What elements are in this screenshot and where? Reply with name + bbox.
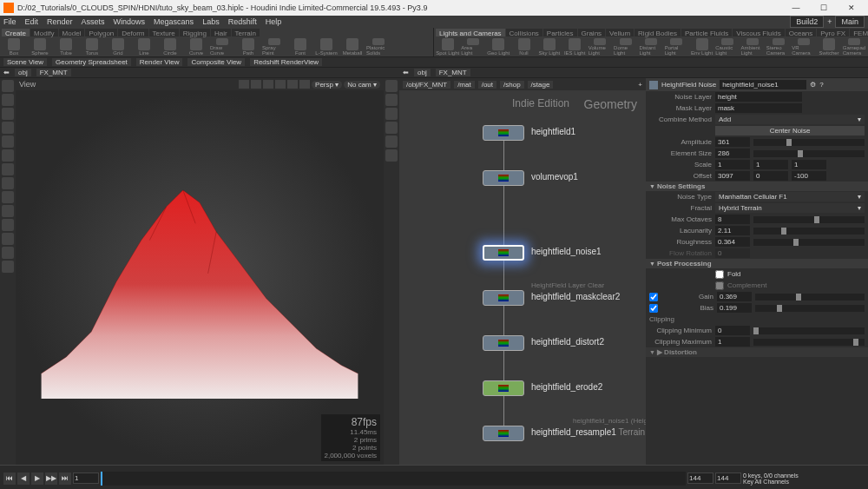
tool-torus[interactable]: Torus xyxy=(80,38,104,56)
tool-ieslight[interactable]: IES Light xyxy=(562,38,586,56)
tool-envlight[interactable]: Env Light xyxy=(690,38,713,56)
node-erode2[interactable] xyxy=(483,380,524,396)
roughness-slider[interactable] xyxy=(753,239,865,246)
gain-field[interactable] xyxy=(717,292,752,301)
shelf-tab-modify[interactable]: Modify xyxy=(30,29,58,36)
menu-help[interactable]: Help xyxy=(266,17,282,26)
lacunarity-slider[interactable] xyxy=(753,228,865,235)
frame-current-field[interactable] xyxy=(73,472,99,484)
shelf-tab-pfluids[interactable]: Particle Fluids xyxy=(681,29,732,36)
scale-y-field[interactable] xyxy=(753,160,788,169)
crumb-objfx[interactable]: /obj/FX_MNT xyxy=(403,81,450,89)
playbar-prev-button[interactable]: ◀ xyxy=(17,472,30,485)
shelf-tab-texture[interactable]: Texture xyxy=(149,29,179,36)
rvp-tool2-icon[interactable] xyxy=(385,94,398,106)
gain-slider[interactable] xyxy=(755,294,865,301)
distortion-section[interactable]: ▶ Distortion xyxy=(646,347,868,357)
tool-ambientlight[interactable]: Ambient Light xyxy=(741,38,765,56)
playbar-next-button[interactable]: ▶▶ xyxy=(45,472,57,485)
desktop-main-dropdown[interactable]: Main xyxy=(835,16,865,28)
scale-z-field[interactable] xyxy=(792,160,826,169)
timeline-track[interactable] xyxy=(101,472,686,486)
post-processing-section[interactable]: Post Processing xyxy=(646,259,868,268)
menu-edit[interactable]: Edit xyxy=(25,17,39,26)
brush-tool-icon[interactable] xyxy=(2,149,14,162)
tool-switcher[interactable]: Switcher xyxy=(817,38,840,56)
shelf-tab-fem[interactable]: FEM xyxy=(850,29,868,36)
crumb-stage[interactable]: /stage xyxy=(528,81,554,89)
shelf-tab-pyro[interactable]: Pyro FX xyxy=(817,29,849,36)
shelf-tab-deform[interactable]: Deform xyxy=(118,29,148,36)
tool-portallight[interactable]: Portal Light xyxy=(665,38,688,56)
bias-slider[interactable] xyxy=(755,305,865,312)
tool-circle[interactable]: Circle xyxy=(158,38,182,56)
tab-compview[interactable]: Composite View xyxy=(187,58,245,66)
vp-btn2-icon[interactable] xyxy=(251,80,261,89)
menu-windows[interactable]: Windows xyxy=(114,17,146,26)
playbar-last-button[interactable]: ⏭ xyxy=(59,472,71,485)
menu-megascans[interactable]: Megascans xyxy=(154,17,194,26)
path-obj[interactable]: obj xyxy=(15,69,31,76)
noise-settings-section[interactable]: Noise Settings xyxy=(646,182,868,191)
persp-dropdown[interactable]: Persp ▾ xyxy=(312,81,342,89)
tool-line[interactable]: Line xyxy=(132,38,156,56)
inspect-tool-icon[interactable] xyxy=(2,191,14,203)
misc3-tool-icon[interactable] xyxy=(2,247,14,259)
tool-platonic[interactable]: Platonic Solids xyxy=(366,38,391,56)
select-tool-icon[interactable] xyxy=(2,80,14,92)
tool-metaball[interactable]: Metaball xyxy=(340,38,365,56)
node-heightfieldnoise1[interactable] xyxy=(483,245,524,261)
render-tool-icon[interactable] xyxy=(2,205,14,217)
path-back-icon[interactable]: ⬅ xyxy=(3,69,10,76)
shelf-tab-particles[interactable]: Particles xyxy=(543,29,577,36)
tool-sphere[interactable]: Sphere xyxy=(28,38,52,56)
lacunarity-field[interactable] xyxy=(715,226,750,235)
keymode-dropdown[interactable]: Key All Channels xyxy=(743,479,865,485)
clipmax-slider[interactable] xyxy=(753,339,865,346)
tool-null[interactable]: Null xyxy=(512,38,536,56)
tool-geolight[interactable]: Geo Light xyxy=(487,38,510,56)
crumb-shop[interactable]: /shop xyxy=(500,81,524,89)
gain-checkbox[interactable] xyxy=(649,293,658,301)
bias-field[interactable] xyxy=(717,303,752,313)
node-heightfield1[interactable] xyxy=(483,125,524,141)
misc4-tool-icon[interactable] xyxy=(2,261,14,273)
rvp-tool4-icon[interactable] xyxy=(385,122,398,134)
menu-redshift[interactable]: Redshift xyxy=(228,17,257,26)
playhead[interactable] xyxy=(101,472,102,486)
rvp-tool5-icon[interactable] xyxy=(385,135,398,148)
tool-path[interactable]: Path xyxy=(236,38,260,56)
menu-labs[interactable]: Labs xyxy=(202,17,220,26)
node-distort2[interactable] xyxy=(483,335,524,351)
tool-skylight[interactable]: Sky Light xyxy=(537,38,561,56)
combine-dropdown[interactable]: Add▾ xyxy=(715,115,865,124)
close-button[interactable]: ✕ xyxy=(838,3,865,12)
node-name-field[interactable] xyxy=(720,80,806,89)
scale-x-field[interactable] xyxy=(715,160,750,169)
playbar-first-button[interactable]: ⏮ xyxy=(3,472,16,485)
tab-renderview[interactable]: Render View xyxy=(136,58,183,66)
misc2-tool-icon[interactable] xyxy=(2,233,14,245)
vp-btn3-icon[interactable] xyxy=(263,80,273,89)
amplitude-field[interactable] xyxy=(715,137,750,147)
elsize-field[interactable] xyxy=(715,149,750,158)
frame-end-field[interactable] xyxy=(687,472,713,484)
viewport-3d[interactable]: 87fps 11.45ms 2 prims 2 points 2,000,000… xyxy=(16,90,384,465)
camera-dropdown[interactable]: No cam ▾ xyxy=(344,81,380,89)
keys-label[interactable]: 0 keys, 0/0 channels xyxy=(743,472,865,479)
tool-drawcurve[interactable]: Draw Curve xyxy=(210,38,234,56)
crumb-out[interactable]: /out xyxy=(478,81,496,89)
amplitude-slider[interactable] xyxy=(753,139,865,146)
fractal-dropdown[interactable]: Hybrid Terrain▾ xyxy=(715,203,865,213)
plus-icon[interactable]: + xyxy=(827,17,832,26)
shelf-tab-oceans[interactable]: Oceans xyxy=(786,29,817,36)
clipmin-slider[interactable] xyxy=(753,327,865,334)
tool-arealight[interactable]: Area Light xyxy=(461,38,484,56)
tab-geospread[interactable]: Geometry Spreadsheet xyxy=(52,58,131,66)
rvp-tool3-icon[interactable] xyxy=(385,108,398,120)
menu-render[interactable]: Render xyxy=(47,17,73,26)
tool-font[interactable]: Font xyxy=(288,38,312,56)
rvp-tool6-icon[interactable] xyxy=(385,149,398,162)
octaves-field[interactable] xyxy=(715,215,750,224)
netpath-ctx[interactable]: FX_MNT xyxy=(436,69,470,76)
